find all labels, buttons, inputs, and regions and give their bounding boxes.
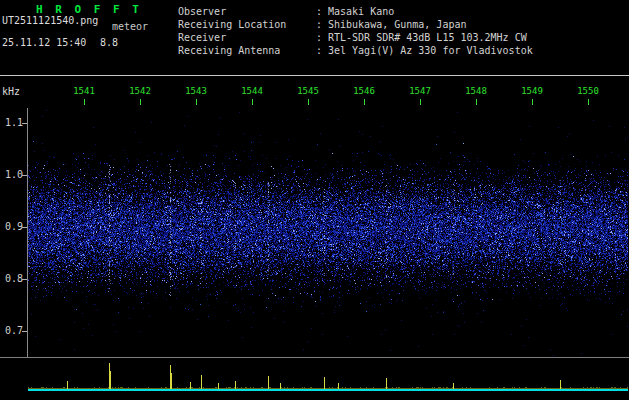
y-tick-label: 0.7 xyxy=(0,325,23,336)
info-label: Receiver xyxy=(178,31,316,44)
info-colon: : xyxy=(316,18,328,31)
info-row-receiver: Receiver:RTL-SDR SDR# 43dB L15 103.2MHz … xyxy=(178,31,533,44)
plot-divider xyxy=(0,357,629,358)
y-tick-label: 1.1 xyxy=(0,117,23,128)
info-row-observer: Observer:Masaki Kano xyxy=(178,5,533,18)
x-tick-label: 1541 xyxy=(68,86,100,96)
x-tick-mark xyxy=(308,99,309,105)
y-tick-label: 0.8 xyxy=(0,273,23,284)
meteor-tag: meteor xyxy=(112,21,148,32)
x-tick-label: 1542 xyxy=(124,86,156,96)
x-tick-mark xyxy=(476,99,477,105)
spectrogram-canvas xyxy=(28,110,628,357)
x-tick-label: 1546 xyxy=(348,86,380,96)
info-label: Receiving Antenna xyxy=(178,44,316,57)
y-tick-label: 1.0 xyxy=(0,169,23,180)
x-tick-label: 1549 xyxy=(516,86,548,96)
x-tick-mark xyxy=(532,99,533,105)
metric-text: 8.8 xyxy=(100,37,118,48)
info-colon: : xyxy=(316,44,328,57)
app-title: H R O F F T xyxy=(36,4,142,15)
x-tick-mark xyxy=(84,99,85,105)
y-tick-label: 0.9 xyxy=(0,221,23,232)
x-tick-label: 1547 xyxy=(404,86,436,96)
hrofft-window: H R O F F T UT2511121540.png meteor 25.1… xyxy=(0,0,629,400)
date-text: 25.11.12 15:40 xyxy=(2,37,86,48)
x-tick-mark xyxy=(196,99,197,105)
info-label: Receiving Location xyxy=(178,18,316,31)
info-row-location: Receiving Location:Shibukawa, Gunma, Jap… xyxy=(178,18,533,31)
x-tick-label: 1550 xyxy=(572,86,604,96)
info-colon: : xyxy=(316,5,328,18)
x-tick-mark xyxy=(588,99,589,105)
info-value: Shibukawa, Gunma, Japan xyxy=(328,18,466,31)
station-info: Observer:Masaki Kano Receiving Location:… xyxy=(178,5,533,57)
x-tick-mark xyxy=(364,99,365,105)
x-tick-label: 1545 xyxy=(292,86,324,96)
info-value: RTL-SDR SDR# 43dB L15 103.2MHz CW xyxy=(328,31,527,44)
x-tick-label: 1543 xyxy=(180,86,212,96)
x-tick-label: 1548 xyxy=(460,86,492,96)
x-tick-mark xyxy=(252,99,253,105)
info-row-antenna: Receiving Antenna:3el Yagi(V) Az 330 for… xyxy=(178,44,533,57)
signal-level-strip-canvas xyxy=(28,359,628,395)
filename-text: UT2511121540.png xyxy=(2,15,98,26)
x-tick-mark xyxy=(140,99,141,105)
header-divider xyxy=(0,75,629,76)
info-colon: : xyxy=(316,31,328,44)
info-value: Masaki Kano xyxy=(328,5,394,18)
info-label: Observer xyxy=(178,5,316,18)
x-tick-mark xyxy=(420,99,421,105)
info-value: 3el Yagi(V) Az 330 for Vladivostok xyxy=(328,44,533,57)
y-axis-unit-label: kHz xyxy=(2,86,20,97)
x-tick-label: 1544 xyxy=(236,86,268,96)
